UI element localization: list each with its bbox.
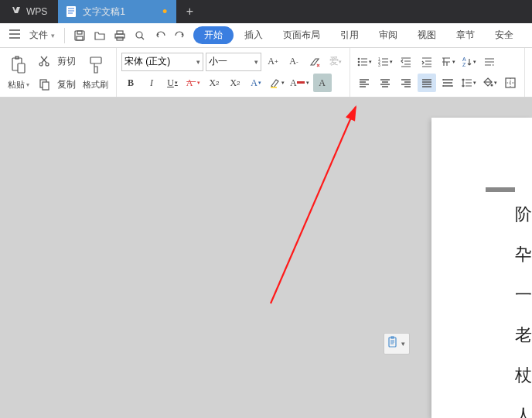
undo-icon[interactable] xyxy=(152,27,169,44)
font-name-select[interactable]: 宋体 (正文) ▾ xyxy=(121,53,203,71)
increase-indent-icon[interactable] xyxy=(418,53,436,71)
tab-start[interactable]: 开始 xyxy=(193,26,234,44)
align-center-icon[interactable] xyxy=(376,74,394,92)
align-right-icon[interactable] xyxy=(397,74,415,92)
decrease-indent-icon[interactable] xyxy=(397,53,415,71)
svg-rect-10 xyxy=(18,63,25,73)
format-painter-label: 格式刷 xyxy=(83,79,108,91)
bold-icon[interactable]: B xyxy=(121,74,140,92)
page-bar xyxy=(486,187,515,192)
char: 人 xyxy=(515,404,532,418)
cut-icon[interactable] xyxy=(35,52,53,70)
tab-chapters[interactable]: 章节 xyxy=(447,26,484,45)
char: 杖 xyxy=(515,364,532,387)
distribute-icon[interactable] xyxy=(438,74,457,92)
file-menu[interactable]: 文件 ▾ xyxy=(25,29,60,42)
hamburger-icon[interactable] xyxy=(5,26,25,44)
char-shading-icon[interactable]: A xyxy=(313,74,332,92)
svg-text:3: 3 xyxy=(378,63,380,67)
caret-down-icon: ▾ xyxy=(26,81,29,88)
svg-point-19 xyxy=(358,63,360,66)
format-painter-button[interactable]: 格式刷 xyxy=(80,51,111,94)
line-spacing-icon[interactable]: ▾ xyxy=(459,74,478,92)
page-text: 阶 卆 一 老 杖 人 xyxy=(515,203,532,418)
font-size-select[interactable]: 小一 ▾ xyxy=(206,53,261,71)
numbering-icon[interactable]: 123▾ xyxy=(376,53,394,71)
doc-title: 文字文稿1 xyxy=(83,5,125,19)
highlight-icon[interactable]: ▾ xyxy=(268,74,286,92)
char: 老 xyxy=(515,324,532,347)
show-marks-icon[interactable] xyxy=(480,53,499,71)
svg-point-25 xyxy=(491,84,493,87)
paste-split-button[interactable]: 粘贴▾ xyxy=(5,51,32,94)
ribbon-font: 宋体 (正文) ▾ 小一 ▾ A+ A- 爱▾ B I U▾ A—▾ X2 X2… xyxy=(117,48,350,97)
paste-label: 粘贴 xyxy=(8,79,25,91)
tab-references[interactable]: 引用 xyxy=(331,26,368,45)
app-tab-wps[interactable]: WPS xyxy=(0,0,58,23)
new-tab-button[interactable]: + xyxy=(176,0,203,23)
bullets-icon[interactable]: ▾ xyxy=(355,53,373,71)
save-icon[interactable] xyxy=(71,27,88,44)
divider xyxy=(64,28,65,43)
doc-tab[interactable]: 文字文稿1 • xyxy=(58,0,176,23)
caret-down-icon: ▾ xyxy=(196,58,200,66)
title-bar: WPS 文字文稿1 • + xyxy=(0,0,532,23)
paste-icon xyxy=(10,56,27,77)
app-name: WPS xyxy=(26,6,47,17)
sort-icon[interactable]: AZ▾ xyxy=(459,53,478,71)
borders-icon[interactable] xyxy=(501,74,520,92)
svg-rect-16 xyxy=(271,87,277,88)
superscript-icon[interactable]: X2 xyxy=(205,74,223,92)
font-size-value: 小一 xyxy=(209,55,227,68)
document-icon xyxy=(66,5,77,18)
tab-insert[interactable]: 插入 xyxy=(235,26,272,45)
svg-rect-14 xyxy=(43,82,49,90)
cut-label[interactable]: 剪切 xyxy=(56,55,77,68)
ribbon-clipboard: 粘贴▾ 剪切 复制 格式刷 xyxy=(0,48,117,97)
shrink-font-icon[interactable]: A- xyxy=(285,53,303,71)
char: 一 xyxy=(515,283,532,307)
char: 阶 xyxy=(515,203,532,226)
align-justify-icon[interactable] xyxy=(418,74,436,92)
svg-rect-6 xyxy=(117,37,123,40)
tab-security[interactable]: 安全 xyxy=(486,26,523,45)
svg-point-12 xyxy=(46,63,49,66)
svg-rect-2 xyxy=(77,31,82,34)
print-preview-icon[interactable] xyxy=(131,27,148,44)
strikethrough-icon[interactable]: A—▾ xyxy=(184,74,203,92)
grow-font-icon[interactable]: A+ xyxy=(264,53,282,71)
print-icon[interactable] xyxy=(111,27,128,44)
clear-format-icon[interactable] xyxy=(305,53,324,71)
tab-pagelayout[interactable]: 页面布局 xyxy=(274,26,329,45)
copy-icon[interactable] xyxy=(35,75,53,94)
svg-text:A: A xyxy=(462,57,466,62)
underline-icon[interactable]: U▾ xyxy=(163,74,182,92)
wps-logo-icon xyxy=(11,5,22,19)
shading-icon[interactable]: ▾ xyxy=(480,74,499,92)
tab-view[interactable]: 视图 xyxy=(408,26,445,45)
svg-rect-3 xyxy=(77,36,83,40)
file-label: 文件 xyxy=(29,29,48,42)
font-name-value: 宋体 (正文) xyxy=(124,55,170,68)
svg-rect-0 xyxy=(66,6,76,17)
paste-options-icon xyxy=(388,336,399,351)
copy-label[interactable]: 复制 xyxy=(56,78,77,91)
font-color-icon[interactable]: A▾ xyxy=(288,74,311,92)
format-painter-icon xyxy=(87,56,104,77)
document-page[interactable]: 阶 卆 一 老 杖 人 xyxy=(431,118,532,418)
modified-indicator: • xyxy=(162,5,167,19)
main-tabs: 开始 插入 页面布局 引用 审阅 视图 章节 安全 xyxy=(193,26,523,45)
subscript-icon[interactable]: X2 xyxy=(226,74,244,92)
caret-down-icon: ▾ xyxy=(401,340,405,348)
tab-review[interactable]: 审阅 xyxy=(370,26,407,45)
paste-options-button[interactable]: ▾ xyxy=(384,333,410,355)
phonetic-guide-icon[interactable]: 爱▾ xyxy=(326,53,345,71)
align-left-icon[interactable] xyxy=(355,74,373,92)
char: 卆 xyxy=(515,243,532,266)
open-icon[interactable] xyxy=(91,27,108,44)
svg-point-11 xyxy=(39,63,43,66)
text-effects-icon[interactable]: A▾ xyxy=(247,74,265,92)
asian-layout-icon[interactable]: ▾ xyxy=(438,53,457,71)
italic-icon[interactable]: I xyxy=(142,74,161,92)
redo-icon[interactable] xyxy=(172,27,189,44)
